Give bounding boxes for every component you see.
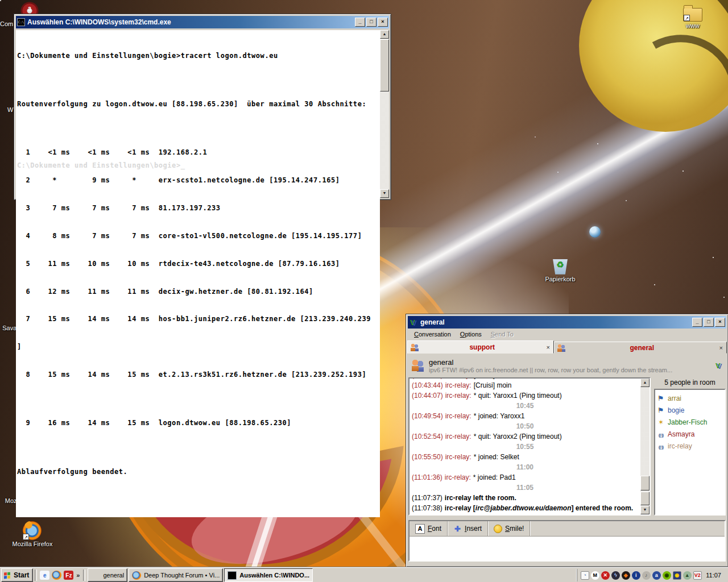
- message-timestamp: (10:55:50): [412, 453, 443, 461]
- menu-item[interactable]: Options: [456, 330, 486, 339]
- tray-icon[interactable]: M: [591, 571, 599, 580]
- chat-message-area[interactable]: (10:43:44)irc-relay:[Cruisi] moin (10:43…: [408, 377, 651, 516]
- scroll-down-icon[interactable]: [380, 189, 389, 198]
- tray-icon[interactable]: ◔: [581, 571, 589, 580]
- user-status-icon: [656, 418, 665, 426]
- console-prompt: C:\Dokumente und Einstellungen\bogie>_: [17, 162, 185, 169]
- user-list[interactable]: arrai bogie Jabber-Fisch: [654, 389, 726, 516]
- console-line: ]: [17, 343, 380, 350]
- scroll-up-icon[interactable]: [380, 30, 389, 39]
- tray-icon[interactable]: ♪: [642, 571, 651, 580]
- stars: [0, 0, 1, 1]
- tray-icon[interactable]: a: [652, 571, 661, 580]
- message-timestamp: (10:52:54): [412, 433, 443, 440]
- message-nick: irc-relay:: [445, 377, 471, 379]
- message-text: ] entered the room.: [571, 504, 633, 512]
- cmd-titlebar[interactable]: C:\ Auswählen C:\WINDOWS\system32\cmd.ex…: [16, 16, 389, 28]
- chat-scrollbar-thumb[interactable]: [640, 476, 650, 490]
- user-name: irc-relay: [668, 442, 692, 450]
- message-nick: irc-relay:: [445, 392, 471, 400]
- taskbar-task-button[interactable]: general: [88, 568, 127, 582]
- console-line: 5 11 ms 10 ms 10 ms rtdecix-te43.netcolo…: [17, 260, 380, 267]
- close-button[interactable]: ×: [715, 318, 725, 327]
- quicklaunch-icon[interactable]: e: [40, 571, 49, 580]
- desktop-icon-image: [683, 8, 702, 22]
- menu-item[interactable]: Send To: [486, 330, 518, 339]
- chat-message: (11:07:37)irc-relay left the room.: [412, 493, 638, 503]
- maximize-button[interactable]: □: [704, 318, 714, 327]
- message-text: * joined: Selket: [474, 453, 519, 461]
- tab-general[interactable]: general ×: [554, 342, 727, 354]
- quicklaunch-icon[interactable]: [52, 571, 61, 580]
- message-text: [Cruisi] moin: [474, 377, 512, 379]
- taskbar-task-button[interactable]: Auswählen C:\WINDO...: [224, 568, 313, 582]
- user-list-item[interactable]: Jabber-Fisch: [656, 416, 723, 428]
- taskbar-task-button[interactable]: Deep Thought Forum • Vi...: [129, 568, 223, 582]
- pidgin-logo-icon: [714, 361, 723, 370]
- chat-message: (10:44:07)irc-relay:* quit: Yaroxx1 (Pin…: [412, 390, 638, 401]
- scroll-up-icon[interactable]: [640, 379, 650, 387]
- tray-icon[interactable]: V2: [693, 571, 702, 580]
- tray-icon[interactable]: ◆: [622, 571, 630, 580]
- console-scrollbar[interactable]: [380, 30, 389, 198]
- message-text: 10:55: [516, 443, 534, 451]
- message-input[interactable]: [410, 536, 725, 560]
- tab-close-icon[interactable]: ×: [545, 344, 551, 351]
- chat-scrollbar[interactable]: [640, 379, 650, 514]
- menu-item[interactable]: Conversation: [410, 330, 456, 339]
- tray-icon[interactable]: ϟ: [611, 571, 620, 580]
- message-nick: irc-relay:: [445, 433, 471, 440]
- start-button[interactable]: Start: [1, 568, 33, 582]
- console-cursor: _: [181, 161, 185, 169]
- user-list-item[interactable]: Asmayra: [656, 428, 723, 440]
- desktop-icon[interactable]: www: [661, 3, 724, 30]
- close-button[interactable]: ×: [378, 18, 388, 27]
- console-line: 8 15 ms 14 ms 15 ms et.2.13.rs3k51.rz6.h…: [17, 371, 380, 378]
- tray-icon[interactable]: ▲: [683, 571, 692, 580]
- pidgin-window: general _ □ × Conversation Options Send …: [406, 314, 728, 567]
- tray-icon[interactable]: i: [632, 571, 640, 580]
- desktop-icon-label: www: [686, 22, 700, 30]
- pidgin-icon: [409, 318, 418, 327]
- cmd-window-title: Auswählen C:\WINDOWS\system32\cmd.exe: [27, 18, 354, 26]
- insert-button[interactable]: Insert: [448, 521, 488, 536]
- menubar: Conversation Options Send To: [406, 329, 728, 340]
- quicklaunch-icon[interactable]: Fz: [64, 571, 73, 580]
- pidgin-titlebar[interactable]: general _ □ ×: [408, 316, 726, 329]
- minimize-button[interactable]: _: [355, 18, 365, 27]
- message-text: * joined: Yaroxx1: [474, 412, 525, 420]
- maximize-button[interactable]: □: [366, 18, 377, 27]
- user-list-item[interactable]: irc-relay: [656, 440, 723, 452]
- tab-label: support: [419, 343, 545, 351]
- desktop-icon[interactable]: Papierkorb: [529, 255, 592, 283]
- user-name: bogie: [668, 406, 684, 414]
- font-icon: A: [415, 524, 425, 534]
- tab-close-icon[interactable]: ×: [718, 344, 724, 351]
- font-button[interactable]: A Font: [410, 521, 448, 536]
- chat-message: 11:05: [412, 483, 638, 493]
- console-line: 4 8 ms 7 ms 7 ms core-sto1-vl500.netcolo…: [17, 232, 380, 239]
- tray-icon[interactable]: ◉: [673, 571, 681, 580]
- user-list-item[interactable]: bogie: [656, 404, 723, 416]
- chat-message: 10:55: [412, 442, 638, 452]
- message-text: 10:50: [516, 422, 534, 430]
- user-name: Jabber-Fisch: [668, 418, 707, 426]
- console-line: 7 15 ms 14 ms 14 ms hos-bb1.juniper2.rz6…: [17, 315, 380, 322]
- quicklaunch-overflow-chevron[interactable]: »: [75, 572, 81, 579]
- user-name: Asmayra: [668, 430, 694, 438]
- tray-icon[interactable]: ◉: [663, 571, 671, 580]
- chat-scrollbar-thumb2[interactable]: [640, 492, 650, 505]
- minimize-button[interactable]: _: [692, 318, 702, 327]
- desktop-icon-label-fragment: Com: [0, 20, 13, 27]
- chat-message: 11:00: [412, 462, 638, 472]
- message-nick: irc-relay:: [445, 473, 471, 481]
- console-area[interactable]: C:\Dokumente und Einstellungen\bogie>tra…: [16, 30, 389, 198]
- room-topic: ipv6 FTW! #ipv6 on irc.freenode.net || r…: [429, 367, 714, 373]
- console-scrollbar-thumb[interactable]: [380, 39, 389, 92]
- tab-support[interactable]: support ×: [407, 340, 554, 354]
- smile-button[interactable]: Smile!: [488, 521, 530, 536]
- desktop-icon[interactable]: Mozilla Firefox: [1, 519, 64, 548]
- tray-icon[interactable]: ✕: [601, 571, 610, 580]
- scroll-down-icon[interactable]: [640, 506, 650, 514]
- user-list-item[interactable]: arrai: [656, 392, 723, 404]
